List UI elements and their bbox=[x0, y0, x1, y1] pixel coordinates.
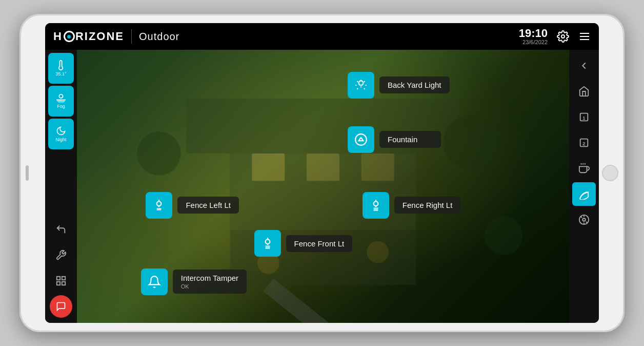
svg-point-28 bbox=[373, 201, 378, 206]
sidebar-floor2-button[interactable]: 2 bbox=[572, 131, 596, 155]
device-cards: Back Yard Light Fountain bbox=[77, 50, 569, 323]
time-display: 19:10 bbox=[519, 28, 548, 39]
night-label: Night bbox=[55, 137, 66, 142]
sidebar-cup-button[interactable] bbox=[572, 157, 596, 180]
settings-icon[interactable] bbox=[557, 30, 569, 43]
svg-point-44 bbox=[582, 218, 586, 221]
intercom-status: OK bbox=[181, 283, 238, 290]
sidebar-back-button[interactable] bbox=[572, 54, 596, 78]
fence-left-icon bbox=[146, 192, 172, 219]
fountain-label: Fountain bbox=[379, 131, 441, 148]
svg-text:2: 2 bbox=[582, 141, 585, 146]
svg-point-4 bbox=[59, 94, 63, 98]
svg-point-24 bbox=[355, 134, 367, 145]
fog-icon bbox=[55, 93, 67, 103]
sidebar-left: 35.1° Fog bbox=[45, 50, 77, 323]
svg-rect-8 bbox=[57, 282, 60, 285]
logo: H RIZONE Outdoor bbox=[53, 29, 179, 44]
weather-widgets: 35.1° Fog bbox=[47, 50, 75, 152]
svg-point-25 bbox=[157, 201, 162, 206]
sidebar-floor1-button[interactable]: 1 bbox=[572, 105, 596, 129]
app-title: Outdoor bbox=[139, 31, 179, 43]
back-yard-light-label: Back Yard Light bbox=[379, 76, 450, 93]
svg-text:1: 1 bbox=[582, 116, 585, 121]
night-icon bbox=[56, 126, 66, 136]
fog-label: Fog bbox=[57, 104, 65, 109]
fountain-icon bbox=[348, 126, 374, 153]
tablet-home-button[interactable] bbox=[602, 165, 618, 181]
fountain-text: Fountain bbox=[388, 135, 417, 144]
night-widget[interactable]: Night bbox=[48, 119, 74, 149]
card-fountain[interactable]: Fountain bbox=[348, 126, 441, 153]
date-display: 23/6/2022 bbox=[519, 39, 548, 45]
sidebar-home-button[interactable] bbox=[572, 80, 596, 103]
card-intercom[interactable]: Intercom Tamper OK bbox=[141, 268, 247, 295]
svg-line-47 bbox=[581, 217, 582, 218]
svg-point-0 bbox=[561, 35, 565, 38]
temp-widget[interactable]: 35.1° bbox=[48, 53, 74, 84]
tablet-frame: H RIZONE Outdoor 19:10 23/6/2022 bbox=[19, 14, 625, 332]
topbar-right: 19:10 23/6/2022 bbox=[519, 28, 591, 45]
fence-right-label: Fence Right Lt bbox=[394, 197, 461, 214]
intercom-text: Intercom Tamper bbox=[181, 274, 238, 282]
tools-icon[interactable] bbox=[50, 244, 72, 266]
tablet-side-button[interactable] bbox=[26, 165, 29, 181]
menu-icon[interactable] bbox=[578, 30, 591, 43]
temp-icon bbox=[56, 60, 66, 70]
fence-front-label: Fence Front Lt bbox=[286, 235, 353, 252]
exit-icon[interactable] bbox=[50, 218, 72, 241]
fence-left-label: Fence Left Lt bbox=[177, 197, 239, 214]
card-fence-front[interactable]: Fence Front Lt bbox=[254, 230, 353, 257]
fence-right-text: Fence Right Lt bbox=[402, 201, 453, 209]
map-area: Back Yard Light Fountain bbox=[77, 50, 569, 323]
sidebar-right: 1 2 bbox=[569, 50, 599, 323]
intercom-label: Intercom Tamper OK bbox=[173, 270, 247, 294]
svg-rect-6 bbox=[62, 277, 65, 280]
back-yard-light-text: Back Yard Light bbox=[388, 81, 441, 89]
fence-front-text: Fence Front Lt bbox=[294, 239, 345, 248]
fence-right-icon bbox=[363, 192, 389, 219]
svg-line-48 bbox=[586, 222, 588, 223]
svg-point-23 bbox=[359, 81, 364, 85]
back-yard-light-icon bbox=[348, 72, 374, 99]
logo-text: RIZONE bbox=[75, 30, 124, 43]
svg-rect-7 bbox=[62, 282, 65, 285]
time-block: 19:10 23/6/2022 bbox=[519, 28, 548, 45]
layout-icon[interactable] bbox=[50, 270, 72, 292]
chat-button[interactable] bbox=[50, 295, 72, 318]
sidebar-left-bottom-icons bbox=[50, 218, 72, 323]
fence-front-icon bbox=[254, 230, 281, 257]
fence-left-text: Fence Left Lt bbox=[186, 201, 231, 209]
card-back-yard-light[interactable]: Back Yard Light bbox=[348, 72, 450, 99]
sidebar-outdoor-button[interactable] bbox=[572, 182, 596, 206]
svg-point-32 bbox=[265, 240, 270, 244]
svg-rect-5 bbox=[57, 277, 60, 280]
logo-icon bbox=[64, 31, 75, 42]
sidebar-gauge-button[interactable] bbox=[572, 208, 596, 232]
fog-widget[interactable]: Fog bbox=[48, 86, 74, 117]
intercom-icon bbox=[141, 268, 168, 295]
logo-divider bbox=[131, 29, 132, 44]
card-fence-right[interactable]: Fence Right Lt bbox=[363, 192, 461, 219]
screen: H RIZONE Outdoor 19:10 23/6/2022 bbox=[45, 23, 599, 323]
temp-value: 35.1° bbox=[55, 71, 66, 76]
card-fence-left[interactable]: Fence Left Lt bbox=[146, 192, 239, 219]
main-content: 35.1° Fog bbox=[45, 50, 599, 323]
logo-h: H bbox=[53, 30, 63, 43]
topbar: H RIZONE Outdoor 19:10 23/6/2022 bbox=[45, 23, 599, 50]
